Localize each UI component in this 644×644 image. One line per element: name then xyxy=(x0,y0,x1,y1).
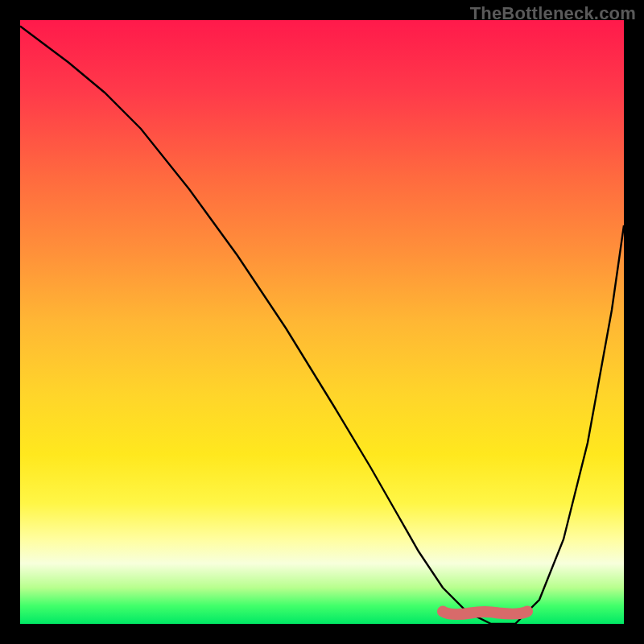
chart-frame: TheBottleneck.com xyxy=(0,0,644,644)
plot-area xyxy=(20,20,624,624)
bottleneck-curve xyxy=(20,27,624,625)
curve-svg xyxy=(20,20,624,624)
min-marker xyxy=(443,612,527,615)
watermark-text: TheBottleneck.com xyxy=(470,3,636,24)
